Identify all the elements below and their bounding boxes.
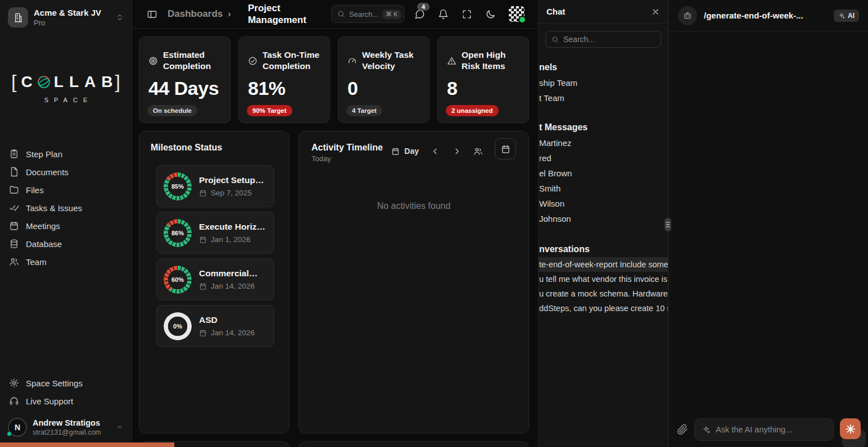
kpi-title: Estimated Completion xyxy=(163,49,221,72)
sidebar-nav-label: Team xyxy=(26,257,47,267)
user-name: Andrew Stratigos xyxy=(33,418,101,427)
calendar-view-button[interactable] xyxy=(495,138,516,159)
kpi-title: Open High Risk Items xyxy=(462,49,519,72)
sidebar-nav-label: Meetings xyxy=(26,221,60,231)
app-screen: Acme & Stark JV Pro [ C LLAB xyxy=(0,0,868,447)
conversation-item[interactable]: u create a mock schema. Hardware as xyxy=(539,286,668,301)
starburst-icon xyxy=(845,423,856,435)
logo-letters-rest: LLAB xyxy=(54,73,119,91)
sidebar-nav-item[interactable]: Database xyxy=(0,235,132,253)
user-profile[interactable]: N Andrew Stratigos strat2131@gmail.com xyxy=(0,413,132,441)
dark-mode-moon-icon[interactable] xyxy=(485,9,496,20)
close-icon[interactable] xyxy=(651,7,660,16)
calendar-icon xyxy=(391,147,400,156)
direct-message-item[interactable]: Martinez xyxy=(539,135,668,150)
milestone-title: Commercial… xyxy=(199,268,257,279)
workspace-meta: Acme & Stark JV Pro xyxy=(34,8,101,27)
sidebar-nav-item[interactable]: Files xyxy=(0,181,132,199)
milestone-title: Execute Horizo… xyxy=(199,222,267,232)
sidebar-nav-item[interactable]: Tasks & Issues xyxy=(0,199,132,217)
direct-message-item[interactable]: Johnson xyxy=(539,211,668,226)
chat-toggle-button[interactable]: 4 xyxy=(414,9,425,20)
conversation-item[interactable]: u tell me what vendor this invoice is fr xyxy=(539,272,668,286)
milestone-card[interactable]: 86% Execute Horizo… Jan 1, 2026 xyxy=(156,212,274,254)
milestone-progress-ring: 86% xyxy=(164,219,192,247)
sidebar-nav-item[interactable]: Meetings xyxy=(0,217,132,235)
ai-prompt-field[interactable] xyxy=(694,418,834,441)
conversation-item[interactable]: ddSteps, can you please create 10 ste xyxy=(539,301,668,316)
conversation-item[interactable]: te-end-of-week-report Include some xyxy=(539,257,668,272)
milestone-card[interactable]: 60% Commercial… Jan 14, 2026 xyxy=(156,258,274,300)
warning-icon xyxy=(447,56,456,66)
ai-conversation-title: /generate-end-of-week-... xyxy=(704,11,803,20)
kpi-badge: 90% Target xyxy=(247,105,292,116)
panel-resize-handle[interactable] xyxy=(664,218,671,231)
calendar-icon xyxy=(199,329,207,337)
milestone-percent: 60% xyxy=(164,266,192,294)
breadcrumb[interactable]: Dashboards › xyxy=(168,8,231,20)
ai-input-bar xyxy=(669,414,868,447)
clipboard-icon xyxy=(9,149,19,159)
channel-item[interactable]: t Team xyxy=(539,90,668,106)
topbar-avatar[interactable] xyxy=(509,6,525,22)
chat-search[interactable] xyxy=(545,31,661,48)
database-icon xyxy=(9,239,19,249)
ai-send-button[interactable] xyxy=(840,418,861,439)
kpi-title: Weekly Task Velocity xyxy=(362,49,420,72)
people-filter-icon[interactable] xyxy=(473,147,483,156)
channels-heading: nels xyxy=(539,62,668,72)
collab-space-logo: [ C LLAB ] SPACE xyxy=(0,71,132,103)
search-icon xyxy=(551,36,559,43)
milestone-card[interactable]: 0% ASD Jan 14, 2026 xyxy=(156,305,274,347)
team-icon xyxy=(9,257,19,267)
channel-item[interactable]: ship Team xyxy=(539,75,668,90)
kpi-badge: On schedule xyxy=(147,105,197,116)
sidebar-toggle-icon[interactable] xyxy=(147,9,157,20)
direct-message-item[interactable]: Smith xyxy=(539,181,668,196)
activity-controls: Day xyxy=(391,143,516,159)
direct-message-item[interactable]: el Brown xyxy=(539,166,668,181)
prev-chevron-icon[interactable] xyxy=(431,147,440,156)
dashboard-content: Estimated Completion 44 Days On schedule… xyxy=(132,29,538,447)
kpi-value: 8 xyxy=(447,77,519,99)
kpi-value: 0 xyxy=(347,77,420,99)
calendar-icon xyxy=(9,221,19,231)
kpi-badge: 4 Target xyxy=(346,105,382,116)
fullscreen-icon[interactable] xyxy=(462,9,472,20)
headphones-icon xyxy=(9,396,19,406)
sidebar-nav-label: Documents xyxy=(26,167,69,177)
chat-search-input[interactable] xyxy=(563,35,655,44)
range-day-button[interactable]: Day xyxy=(391,147,419,156)
sidebar-nav-item[interactable]: Documents xyxy=(0,163,132,181)
milestone-title: Project Setup… xyxy=(199,175,264,185)
sidebar-nav-item[interactable]: Step Plan xyxy=(0,145,132,163)
sidebar-nav-item[interactable]: Team xyxy=(0,253,132,271)
workspace-icon-box xyxy=(8,7,28,28)
sparkle-icon xyxy=(838,12,845,19)
sidebar-bottom-item[interactable]: Live Support xyxy=(0,392,132,410)
sidebar: Acme & Stark JV Pro [ C LLAB xyxy=(0,0,132,447)
search-placeholder: Search... xyxy=(349,10,378,19)
user-initial: N xyxy=(15,423,20,432)
sidebar-bottom-item[interactable]: Space Settings xyxy=(0,374,132,392)
range-day-label: Day xyxy=(404,147,419,156)
bell-icon[interactable] xyxy=(438,9,449,20)
paperclip-icon[interactable] xyxy=(677,424,688,435)
search-icon xyxy=(337,10,345,18)
conversations-heading: nversations xyxy=(539,244,668,254)
workspace-selector[interactable]: Acme & Stark JV Pro xyxy=(0,0,132,35)
activity-title: Activity Timeline xyxy=(311,143,383,153)
sidebar-nav-label: Database xyxy=(26,239,62,249)
ai-prompt-input[interactable] xyxy=(716,425,826,434)
kpi-value: 44 Days xyxy=(148,77,221,99)
milestone-card[interactable]: 85% Project Setup… Sep 7, 2025 xyxy=(156,165,274,207)
search-input[interactable]: Search... ⌘ K xyxy=(331,5,404,23)
milestone-status-panel: Milestone Status 85% Project Setup… xyxy=(139,131,290,434)
next-chevron-icon[interactable] xyxy=(452,147,462,156)
direct-message-item[interactable]: red xyxy=(539,150,668,166)
document-icon xyxy=(9,167,19,177)
logo-left-bracket: [ xyxy=(11,71,16,93)
direct-message-item[interactable]: Wilson xyxy=(539,196,668,211)
breadcrumb-dashboards[interactable]: Dashboards xyxy=(168,8,223,20)
topbar-icons: 4 xyxy=(414,6,525,22)
